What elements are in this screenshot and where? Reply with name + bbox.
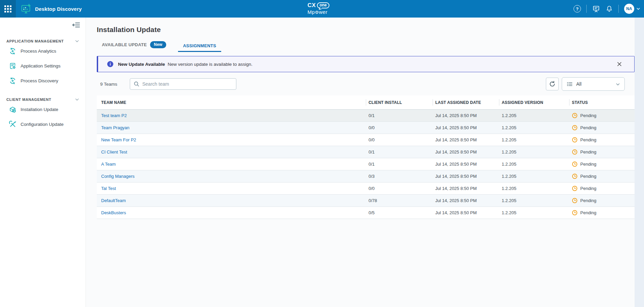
team-name-cell: Test team P2: [97, 113, 366, 118]
update-banner: i New Update Available New version updat…: [97, 56, 635, 72]
chevron-down-icon: [636, 6, 641, 11]
last-assigned-date-cell: Jul 14, 2025 8:50 PM: [433, 198, 499, 203]
collapse-sidebar-button[interactable]: [72, 22, 80, 30]
team-name-cell: New Team For P2: [97, 137, 366, 142]
team-name-link[interactable]: CI Client Test: [101, 149, 127, 155]
app-launcher-button[interactable]: [0, 0, 16, 18]
team-name-link[interactable]: Config Managers: [101, 174, 135, 179]
team-name-link[interactable]: Test team P2: [101, 113, 127, 118]
client-install-cell: 0/1: [366, 113, 433, 118]
table-row: Tal Test 0/0 Jul 14, 2025 8:50 PM 1.2.20…: [97, 183, 635, 195]
sidebar-item-process-discovery[interactable]: Process Discovery: [0, 73, 86, 88]
table-body: Test team P2 0/1 Jul 14, 2025 8:50 PM 1.…: [97, 110, 635, 219]
status-cell: Pending: [569, 161, 635, 167]
toolbar: 9 Teams All: [97, 77, 635, 91]
client-install-cell: 0/5: [366, 210, 433, 215]
status-cell: Pending: [569, 186, 635, 191]
table-row: CI Client Test 0/1 Jul 14, 2025 8:50 PM …: [97, 146, 635, 158]
team-name-link[interactable]: Tal Test: [101, 186, 116, 191]
team-name-cell: CI Client Test: [97, 149, 366, 155]
process-discovery-icon: [9, 77, 16, 84]
assigned-version-cell: 1.2.205: [499, 125, 569, 130]
info-icon: i: [107, 61, 113, 67]
chevron-down-icon: [615, 82, 620, 87]
assigned-version-cell: 1.2.205: [499, 162, 569, 167]
table-row: Team Pragyan 0/0 Jul 14, 2025 8:50 PM 1.…: [97, 122, 635, 134]
section-application-management[interactable]: APPLICATION MANAGEMENT: [0, 38, 86, 44]
assigned-version-cell: 1.2.205: [499, 210, 569, 215]
sidebar-item-application-settings[interactable]: Application Settings: [0, 58, 86, 73]
pending-clock-icon: [572, 137, 578, 143]
status-cell: Pending: [569, 210, 635, 216]
sidebar-item-installation-update[interactable]: Installation Update: [0, 102, 86, 117]
team-name-link[interactable]: New Team For P2: [101, 137, 136, 142]
notifications-button[interactable]: [606, 5, 613, 12]
assigned-version-cell: 1.2.205: [499, 198, 569, 203]
status-label: Pending: [580, 198, 596, 203]
pending-clock-icon: [572, 198, 578, 203]
team-name-link[interactable]: A Team: [101, 162, 116, 167]
search-input[interactable]: [130, 78, 236, 90]
status-label: Pending: [580, 186, 596, 191]
assigned-version-cell: 1.2.205: [499, 113, 569, 118]
filter-value: All: [576, 81, 612, 87]
installation-update-icon: [9, 106, 16, 113]
pending-clock-icon: [572, 125, 578, 131]
team-name-link[interactable]: DeskBusters: [101, 210, 126, 215]
list-filter-icon: [566, 81, 573, 87]
team-name-cell: A Team: [97, 162, 366, 167]
team-name-link[interactable]: Team Pragyan: [101, 125, 129, 130]
tab-bar: AVAILABLE UPDATE New ASSIGNMENTS: [97, 43, 635, 52]
refresh-button[interactable]: [546, 78, 559, 90]
team-name-cell: Team Pragyan: [97, 125, 366, 130]
sidebar-item-label: Application Settings: [21, 63, 61, 68]
client-install-cell: 0/0: [366, 186, 433, 191]
refresh-icon: [549, 81, 556, 87]
teams-count: 9 Teams: [100, 82, 130, 87]
tab-assignments[interactable]: ASSIGNMENTS: [178, 43, 222, 52]
help-icon: ?: [574, 5, 581, 12]
last-assigned-date-cell: Jul 14, 2025 8:50 PM: [433, 162, 499, 167]
pending-clock-icon: [572, 173, 578, 179]
sidebar-item-configuration-update[interactable]: Configuration Update: [0, 117, 86, 132]
sidebar-item-process-analytics[interactable]: Process Analytics: [0, 44, 86, 58]
chevron-down-icon: [75, 38, 80, 44]
search-box: [130, 78, 236, 90]
team-name-cell: DefaultTeam: [97, 198, 366, 203]
presentation-board-icon: [592, 5, 600, 13]
scrollbar-gutter[interactable]: [635, 18, 644, 307]
topbar-divider: [586, 5, 587, 13]
tab-available-update[interactable]: AVAILABLE UPDATE New: [97, 41, 171, 52]
banner-message: New version update is available to assig…: [168, 62, 252, 67]
banner-close-button[interactable]: [617, 61, 622, 67]
assigned-version-cell: 1.2.205: [499, 186, 569, 191]
status-cell: Pending: [569, 173, 635, 179]
help-button[interactable]: ?: [574, 5, 581, 12]
status-label: Pending: [580, 149, 596, 155]
team-name-cell: Config Managers: [97, 174, 366, 179]
configuration-update-icon: [9, 121, 16, 128]
status-label: Pending: [580, 113, 596, 118]
section-client-management[interactable]: CLIENT MANAGEMENT: [0, 97, 86, 102]
pending-clock-icon: [572, 113, 578, 118]
collapse-sidebar-icon: [72, 22, 80, 28]
table-row: DeskBusters 0/5 Jul 14, 2025 8:50 PM 1.2…: [97, 207, 635, 219]
user-menu-button[interactable]: NA: [624, 4, 641, 14]
team-name-link[interactable]: DefaultTeam: [101, 198, 126, 203]
sidebar-item-label: Process Discovery: [21, 78, 58, 83]
assigned-version-cell: 1.2.205: [499, 174, 569, 179]
status-label: Pending: [580, 174, 596, 179]
sidebar-item-label: Configuration Update: [21, 122, 64, 127]
client-install-cell: 0/78: [366, 198, 433, 203]
client-install-cell: 0/1: [366, 149, 433, 155]
logo-mpower-text: Mp⚙wer: [308, 9, 329, 15]
table-row: DefaultTeam 0/78 Jul 14, 2025 8:50 PM 1.…: [97, 195, 635, 207]
last-assigned-date-cell: Jul 14, 2025 8:50 PM: [433, 149, 499, 155]
client-install-cell: 0/0: [366, 137, 433, 142]
sidebar-item-label: Installation Update: [21, 107, 58, 112]
table-row: A Team 0/1 Jul 14, 2025 8:50 PM 1.2.205 …: [97, 158, 635, 170]
presentation-board-button[interactable]: [592, 5, 600, 13]
brand: Desktop Discovery: [21, 3, 82, 14]
status-filter-select[interactable]: All: [562, 77, 625, 91]
client-install-cell: 0/0: [366, 125, 433, 130]
